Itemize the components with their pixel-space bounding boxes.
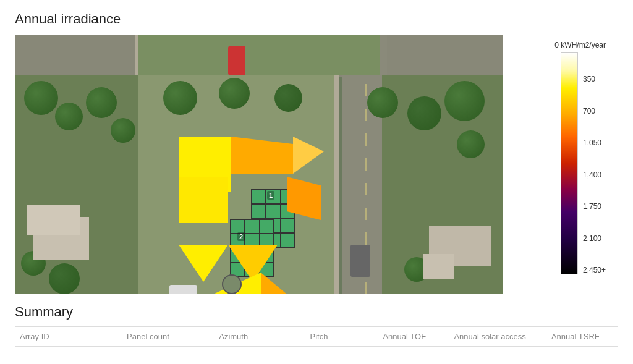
- summary-section: Summary Array ID Panel count Azimuth Pit…: [15, 304, 618, 347]
- tree-14: [49, 263, 80, 294]
- panel-cell: [245, 220, 258, 233]
- panel-cell: [281, 234, 294, 247]
- panel-cell: [231, 220, 244, 233]
- page-title: Annual irradiance: [15, 11, 618, 27]
- legend-value-350: 350: [583, 75, 606, 83]
- grass-top-center: [138, 35, 380, 75]
- tank-circle: [222, 274, 242, 294]
- legend-color-bar: [561, 52, 578, 274]
- col-azimuth: Azimuth: [191, 332, 276, 341]
- col-array-id: Array ID: [15, 332, 105, 341]
- map-section: 1 2: [15, 35, 618, 294]
- col-annual-tof: Annual TOF: [362, 332, 447, 341]
- tree-10: [367, 87, 398, 118]
- col-annual-solar-access: Annual solar access: [447, 332, 532, 341]
- red-car: [228, 46, 245, 75]
- array-2-label: 2: [237, 232, 245, 241]
- tree-5: [163, 81, 197, 115]
- tree-1: [24, 81, 58, 115]
- aerial-map[interactable]: 1 2: [15, 35, 503, 294]
- table-header: Array ID Panel count Azimuth Pitch Annua…: [15, 326, 618, 347]
- legend-labels: 350 700 1,050 1,400 1,750 2,100 2,450+: [583, 52, 606, 274]
- legend-container: 0 kWH/m2/year 350 700 1,050 1,400 1,750 …: [513, 35, 606, 274]
- legend-value-1050: 1,050: [583, 138, 606, 147]
- legend-value-2450: 2,450+: [583, 266, 606, 274]
- tree-9: [407, 96, 441, 130]
- col-annual-tsrf: Annual TSRF: [533, 332, 618, 341]
- panel-cell: [281, 219, 294, 232]
- tree-8: [444, 81, 485, 121]
- col-panel-count: Panel count: [105, 332, 190, 341]
- legend-value-700: 700: [583, 107, 606, 116]
- page-container: Annual irradiance: [0, 0, 633, 347]
- panel-cell: [266, 205, 279, 218]
- tree-11: [457, 130, 485, 158]
- legend-value-1400: 1,400: [583, 171, 606, 179]
- legend-value-2100: 2,100: [583, 234, 606, 243]
- legend-top-label: 0 kWH/m2/year: [554, 41, 606, 49]
- col-pitch: Pitch: [276, 332, 362, 341]
- panel-cell: [252, 205, 265, 218]
- legend-bar-wrapper: 350 700 1,050 1,400 1,750 2,100 2,450+: [561, 52, 606, 274]
- array-1-label: 1: [267, 191, 274, 200]
- legend-value-1750: 1,750: [583, 202, 606, 211]
- summary-title: Summary: [15, 304, 618, 320]
- building-small: [423, 254, 454, 279]
- tree-4: [111, 118, 135, 143]
- tree-2: [55, 103, 83, 130]
- tree-3: [86, 87, 117, 118]
- tree-7: [274, 84, 302, 112]
- roof-facet-4: [179, 177, 228, 223]
- white-vehicle: [169, 285, 197, 294]
- building-left-2: [27, 205, 80, 235]
- panel-cell: [252, 190, 265, 203]
- van: [350, 245, 370, 277]
- tree-6: [219, 78, 250, 109]
- panel-cell: [260, 220, 273, 233]
